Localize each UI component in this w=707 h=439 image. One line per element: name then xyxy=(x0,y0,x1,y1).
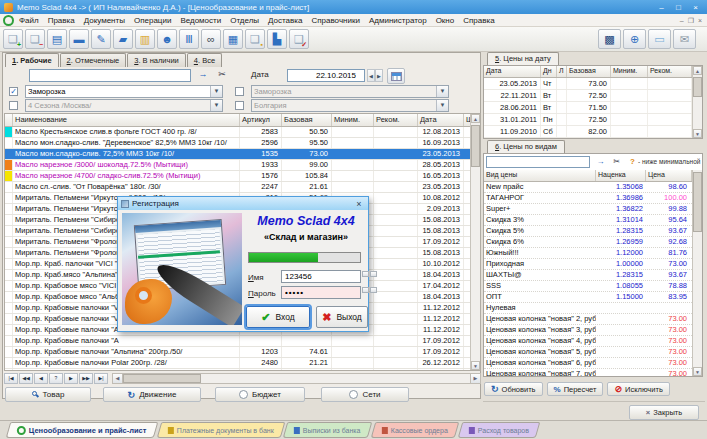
menu-item[interactable]: Окно xyxy=(436,16,455,25)
menu-item[interactable]: Документы xyxy=(84,16,125,25)
filter-checkbox[interactable] xyxy=(9,101,18,110)
calendar-button[interactable] xyxy=(387,68,405,84)
filter-checkbox[interactable]: ✓ xyxy=(9,87,18,96)
menu-item[interactable]: Доставка xyxy=(268,16,302,25)
wallet-button[interactable]: ▰ xyxy=(113,29,133,49)
new-document-button[interactable]: ❏+ xyxy=(3,29,23,49)
truck-button[interactable]: ▙ xyxy=(267,29,287,49)
person-button[interactable]: ☻ xyxy=(157,29,177,49)
scroll-down-icon[interactable]: ▼ xyxy=(693,129,702,138)
layout-button[interactable] xyxy=(362,287,369,293)
vertical-scrollbar[interactable]: ▲ ▼ xyxy=(470,114,480,370)
mode-button[interactable]: Бюджет xyxy=(215,387,305,402)
table-row[interactable]: ШАХТЫ@1.2831593.67 xyxy=(484,270,702,281)
table-row[interactable]: Южный!!!1.1200081.76 xyxy=(484,248,702,259)
vertical-scrollbar[interactable]: ▲ ▼ xyxy=(692,66,702,138)
window-tab[interactable]: Кассовые ордера xyxy=(371,422,460,438)
action-button[interactable]: %Пересчет xyxy=(547,382,604,396)
menu-item[interactable]: Правка xyxy=(48,16,75,25)
edit-document-button[interactable]: ✎ xyxy=(91,29,111,49)
table-row[interactable]: Ценовая колонка "новая" 2, руб73.00 xyxy=(484,314,702,325)
password-input[interactable] xyxy=(281,286,361,299)
clear-filter-icon[interactable]: ✂ xyxy=(610,155,623,168)
table-row[interactable]: Ценовая колонка "новая" 4, руб73.00 xyxy=(484,336,702,347)
filter-combo[interactable]: 4 Сезона /Москва/▼ xyxy=(25,99,223,112)
column-header[interactable]: Миним. xyxy=(332,114,374,126)
table-row[interactable]: 31.01.2011Пн72.50 xyxy=(484,114,702,126)
chevron-down-icon[interactable]: ▼ xyxy=(436,86,448,97)
column-header[interactable]: Артикул xyxy=(240,114,282,126)
column-header[interactable]: Дата xyxy=(484,66,541,77)
table-row[interactable]: Масло мон.сладко-слив. "Деревенское" 82,… xyxy=(5,138,480,149)
table-row[interactable]: New прайс1.3506898.60 xyxy=(484,182,702,193)
table-row[interactable]: ТАГАНРОГ1.36986100.00 xyxy=(484,193,702,204)
table-row[interactable]: 11.09.2010Сб82.00 xyxy=(484,126,702,138)
table-row[interactable]: Ценовая колонка "новая" 3, руб73.00 xyxy=(484,325,702,336)
date-next-icon[interactable]: ▶ xyxy=(375,69,383,82)
action-button[interactable]: ⊘Исключить xyxy=(607,382,669,396)
layout-button[interactable] xyxy=(370,287,377,293)
menu-item[interactable]: Справочники xyxy=(311,16,359,25)
grid-button[interactable]: ▩ xyxy=(598,29,621,49)
table-row[interactable]: ОПТ1.1500083.95 xyxy=(484,292,702,303)
table-row[interactable]: Скидка 6%1.2695992.68 xyxy=(484,237,702,248)
window-tab[interactable]: Ценообразование и прайс-лист xyxy=(6,422,158,438)
menu-item[interactable]: Операции xyxy=(134,16,171,25)
chevron-down-icon[interactable]: ▼ xyxy=(436,100,448,111)
table-row[interactable]: Нулевая xyxy=(484,303,702,314)
scroll-right-icon[interactable]: ▶ xyxy=(470,374,480,383)
column-header[interactable] xyxy=(5,114,13,126)
column-header[interactable]: Миним. xyxy=(611,66,648,77)
column-header[interactable]: Базовая xyxy=(282,114,332,126)
chevron-down-icon[interactable]: ▼ xyxy=(210,86,222,97)
apply-filter-icon[interactable]: → xyxy=(196,68,210,81)
mode-button[interactable]: Товар xyxy=(5,387,91,402)
table-row[interactable]: Ценовая колонка "новая" 7, руб73.00 xyxy=(484,369,702,377)
maximize-icon[interactable]: □ xyxy=(671,2,686,13)
exit-button[interactable]: ✖ Выход xyxy=(316,306,368,328)
table-row[interactable]: Масло нарезное /4700/ сладко-слив.72.5% … xyxy=(5,171,480,182)
nav-button[interactable]: ▶| xyxy=(94,373,108,384)
filter-checkbox[interactable] xyxy=(235,101,244,110)
tab-inactive[interactable]: 4. Все xyxy=(187,53,222,67)
chevron-down-icon[interactable]: ▼ xyxy=(210,100,222,111)
menu-item[interactable]: Отделы xyxy=(230,16,259,25)
name-input[interactable] xyxy=(281,270,361,283)
remove-document-button[interactable]: ❏− xyxy=(25,29,45,49)
column-header[interactable]: Реком. xyxy=(648,66,692,77)
table-row[interactable]: Ценовая колонка "новая" 6, руб73.00 xyxy=(484,358,702,369)
cash-register-button[interactable]: ▤ xyxy=(47,29,67,49)
binoculars-button[interactable]: ∞ xyxy=(201,29,221,49)
filter-combo[interactable]: Заморозка▼ xyxy=(25,85,223,98)
tab-active[interactable]: 1. Рабочие xyxy=(5,53,59,67)
filter-checkbox[interactable] xyxy=(235,87,244,96)
chat-button[interactable]: ▭ xyxy=(648,29,671,49)
tab-inactive[interactable]: 2. Отмеченные xyxy=(60,53,127,67)
table-row[interactable]: Скидка 5%1.2831593.67 xyxy=(484,226,702,237)
child-close-icon[interactable]: × xyxy=(698,15,702,26)
window-tab[interactable]: Выписки из банка xyxy=(283,422,372,438)
close-icon[interactable]: × xyxy=(688,2,703,13)
clipboard-check-button[interactable]: ❑✓ xyxy=(289,29,309,49)
horizontal-scrollbar[interactable]: ◀ ▶ xyxy=(112,373,481,384)
mail-button[interactable]: ✉ xyxy=(673,29,696,49)
column-header[interactable]: Наименование xyxy=(13,114,240,126)
scrollbar-thumb[interactable] xyxy=(471,125,480,167)
nav-button[interactable]: ? xyxy=(49,373,63,384)
window-tab[interactable]: Платежные документы в банк xyxy=(156,422,284,438)
table-row[interactable]: 22.11.2011Вт72.50 xyxy=(484,90,702,102)
mode-button[interactable]: Сети xyxy=(321,387,409,402)
table-row[interactable]: SSS1.0805578.88 xyxy=(484,281,702,292)
mode-button[interactable]: ↻Движение xyxy=(103,387,201,402)
table-row[interactable]: 23.05.2013Чт73.00 xyxy=(484,78,702,90)
nav-button[interactable]: |◀ xyxy=(4,373,18,384)
nav-button[interactable]: ◀ xyxy=(34,373,48,384)
table-row[interactable]: Масло нарезное /3000/ шоколад.72.5% (Мыт… xyxy=(5,160,480,171)
dialog-close-icon[interactable]: × xyxy=(353,199,365,209)
scroll-left-icon[interactable]: ◀ xyxy=(113,374,123,383)
vertical-scrollbar[interactable]: ▼ xyxy=(692,170,702,376)
clear-filter-icon[interactable]: ✂ xyxy=(215,68,229,81)
table-row[interactable]: Мор.пр. Крабовые палочки "А17.09.2012 xyxy=(5,336,480,347)
column-header[interactable]: Дн xyxy=(541,66,557,77)
scroll-up-icon[interactable]: ▲ xyxy=(471,114,480,123)
